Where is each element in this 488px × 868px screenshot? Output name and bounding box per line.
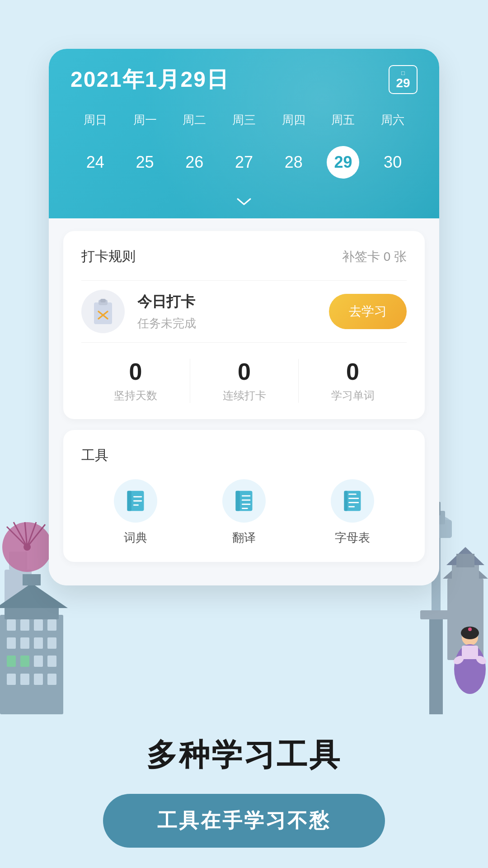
stat-words-num: 0 xyxy=(346,359,359,385)
stat-streak-label: 连续打卡 xyxy=(223,388,266,403)
svg-rect-19 xyxy=(20,674,29,685)
svg-rect-41 xyxy=(456,554,474,567)
checkin-card-subtitle: 补签卡 0 张 xyxy=(342,248,407,265)
svg-rect-5 xyxy=(23,574,41,585)
tool-dictionary[interactable]: 词典 xyxy=(114,479,157,546)
bottom-section: 多种学习工具 工具在手学习不愁 xyxy=(0,714,488,868)
svg-rect-8 xyxy=(34,619,43,631)
svg-rect-18 xyxy=(7,674,16,685)
tools-card: 工具 词典 xyxy=(63,430,425,562)
alphabet-label: 字母表 xyxy=(335,530,370,546)
svg-rect-11 xyxy=(20,637,29,649)
stat-streak: 0 连续打卡 xyxy=(190,359,298,403)
go-study-button[interactable]: 去学习 xyxy=(329,294,407,329)
dict-icon-wrap xyxy=(114,479,157,523)
calendar-icon-label: □ xyxy=(401,70,405,76)
translate-label: 翻译 xyxy=(232,530,256,546)
svg-rect-10 xyxy=(7,637,16,649)
checkin-card: 打卡规则 补签卡 0 张 xyxy=(63,231,425,419)
checkin-info: 今日打卡 任务未完成 xyxy=(81,290,196,333)
stat-persist: 0 坚持天数 xyxy=(81,359,190,403)
svg-rect-7 xyxy=(20,619,29,631)
svg-rect-13 xyxy=(47,637,56,649)
phone-card: 2021年1月29日 □ 29 周日 周一 周二 周三 周四 周五 周六 24 … xyxy=(49,49,439,585)
weekday-tue: 周二 xyxy=(169,108,219,132)
weekday-mon: 周一 xyxy=(120,108,170,132)
stat-words: 0 学习单词 xyxy=(298,359,407,403)
weekday-thu: 周四 xyxy=(269,108,319,132)
tools-row: 词典 翻译 xyxy=(81,479,407,546)
tools-card-title: 工具 xyxy=(81,446,108,465)
svg-rect-16 xyxy=(34,656,43,667)
svg-rect-15 xyxy=(20,656,29,667)
weekday-wed: 周三 xyxy=(219,108,269,132)
stat-persist-num: 0 xyxy=(129,359,142,385)
calendar-header: 2021年1月29日 □ 29 周日 周一 周二 周三 周四 周五 周六 24 … xyxy=(49,49,439,218)
svg-rect-39 xyxy=(452,565,479,581)
content-area: 打卡规则 补签卡 0 张 xyxy=(49,218,439,585)
svg-rect-20 xyxy=(34,674,43,685)
svg-rect-35 xyxy=(429,615,443,714)
svg-rect-60 xyxy=(236,491,240,511)
alphabet-icon-wrap xyxy=(331,479,374,523)
weekday-sun: 周日 xyxy=(70,108,120,132)
stat-persist-label: 坚持天数 xyxy=(114,388,157,403)
translate-icon-wrap xyxy=(222,479,266,523)
svg-rect-49 xyxy=(94,302,112,324)
calendar-title: 2021年1月29日 xyxy=(70,65,229,94)
checkin-text: 今日打卡 任务未完成 xyxy=(137,292,196,331)
date-27[interactable]: 27 xyxy=(219,139,269,186)
svg-rect-21 xyxy=(47,674,56,685)
svg-rect-12 xyxy=(34,637,43,649)
checkin-today-title: 今日打卡 xyxy=(137,292,196,312)
svg-rect-36 xyxy=(420,610,452,619)
date-30[interactable]: 30 xyxy=(368,139,418,186)
svg-rect-55 xyxy=(127,491,131,511)
dict-label: 词典 xyxy=(124,530,147,546)
svg-rect-51 xyxy=(100,299,106,302)
calendar-chevron[interactable] xyxy=(70,189,418,218)
date-26[interactable]: 26 xyxy=(169,139,219,186)
bottom-button[interactable]: 工具在手学习不愁 xyxy=(103,794,385,848)
weekday-row: 周日 周一 周二 周三 周四 周五 周六 xyxy=(70,108,418,132)
svg-rect-6 xyxy=(7,619,16,631)
svg-rect-46 xyxy=(462,646,478,659)
stat-words-label: 学习单词 xyxy=(331,388,375,403)
weekday-sat: 周六 xyxy=(368,108,418,132)
svg-rect-70 xyxy=(344,491,347,511)
svg-point-44 xyxy=(468,627,472,631)
checkin-today-sub: 任务未完成 xyxy=(137,316,196,331)
svg-point-28 xyxy=(23,543,31,551)
calendar-icon-num: 29 xyxy=(396,77,410,90)
tools-card-header: 工具 xyxy=(81,446,407,465)
date-29-active[interactable]: 29 xyxy=(319,139,368,186)
checkin-card-title: 打卡规则 xyxy=(81,247,136,266)
date-row: 24 25 26 27 28 29 30 xyxy=(70,139,418,186)
stats-row: 0 坚持天数 0 连续打卡 0 学习单词 xyxy=(81,359,407,403)
checkin-card-header: 打卡规则 补签卡 0 张 xyxy=(81,247,407,266)
stat-streak-num: 0 xyxy=(238,359,251,385)
bottom-title: 多种学习工具 xyxy=(146,735,342,776)
calendar-icon[interactable]: □ 29 xyxy=(389,65,418,94)
svg-rect-14 xyxy=(7,656,16,667)
checkin-icon-wrap xyxy=(81,290,125,333)
date-28[interactable]: 28 xyxy=(269,139,319,186)
checkin-row: 今日打卡 任务未完成 去学习 xyxy=(81,280,407,343)
tool-translate[interactable]: 翻译 xyxy=(222,479,266,546)
tool-alphabet[interactable]: 字母表 xyxy=(331,479,374,546)
svg-rect-9 xyxy=(47,619,56,631)
date-24[interactable]: 24 xyxy=(70,139,120,186)
svg-rect-17 xyxy=(47,656,56,667)
date-25[interactable]: 25 xyxy=(120,139,170,186)
weekday-fri: 周五 xyxy=(319,108,368,132)
